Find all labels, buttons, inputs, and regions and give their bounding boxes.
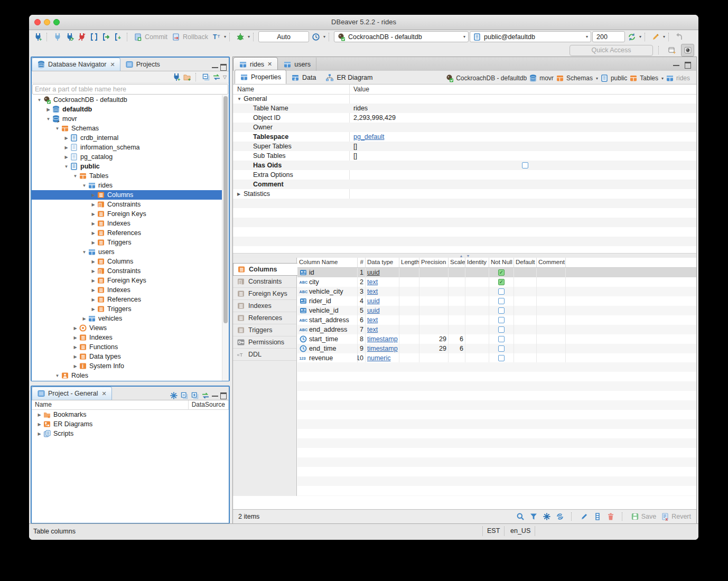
property-row-general[interactable]: ▼General bbox=[233, 94, 696, 104]
grid-header-length[interactable]: Length bbox=[399, 258, 419, 267]
expand-arrow-icon[interactable]: ▶ bbox=[72, 345, 79, 350]
tab-projects[interactable]: Projects bbox=[120, 58, 165, 71]
dbeaver-perspective-button[interactable] bbox=[681, 44, 694, 57]
collapse-all-icon[interactable] bbox=[180, 391, 189, 400]
expand-arrow-icon[interactable]: ▶ bbox=[36, 422, 43, 427]
grid-header-scale[interactable]: Scale bbox=[449, 258, 465, 267]
debug-caret[interactable]: ▾ bbox=[248, 34, 250, 39]
close-icon[interactable]: ✕ bbox=[101, 390, 106, 397]
collapse-arrow-icon[interactable]: ▼ bbox=[36, 98, 43, 102]
transaction-log-button[interactable] bbox=[310, 31, 321, 42]
new-folder-icon[interactable]: + bbox=[183, 73, 191, 81]
delete-row-icon[interactable] bbox=[606, 512, 615, 521]
tree-item-references[interactable]: ▶References bbox=[32, 295, 229, 304]
expand-arrow-icon[interactable]: ▶ bbox=[90, 193, 97, 198]
expand-arrow-icon[interactable]: ▶ bbox=[90, 269, 97, 274]
grid-header-default[interactable]: Default bbox=[514, 258, 537, 267]
expand-arrow-icon[interactable]: ▶ bbox=[90, 202, 97, 207]
column-view-icon[interactable] bbox=[593, 512, 602, 521]
data-type-link[interactable]: text bbox=[367, 288, 378, 295]
refresh-caret[interactable]: ▾ bbox=[639, 34, 641, 39]
property-row-sub-tables[interactable]: Sub Tables[] bbox=[233, 151, 696, 161]
edit-row-icon[interactable] bbox=[580, 512, 589, 521]
data-type-link[interactable]: timestamp bbox=[367, 335, 398, 343]
data-type-link[interactable]: uuid bbox=[367, 269, 380, 276]
breadcrumb-item[interactable]: Schemas▾ bbox=[556, 74, 598, 82]
maximize-view-button[interactable] bbox=[220, 64, 227, 71]
tree-item-scripts[interactable]: ▶Scripts bbox=[32, 429, 229, 438]
grid-header-comment[interactable]: Comment bbox=[537, 258, 566, 267]
expand-arrow-icon[interactable]: ▶ bbox=[90, 259, 97, 264]
tree-item-er-diagrams[interactable]: ▶ER Diagrams bbox=[32, 419, 229, 429]
expand-arrow-icon[interactable]: ▶ bbox=[72, 354, 79, 359]
property-row-tablespace[interactable]: Tablespacepg_default bbox=[233, 132, 696, 142]
tree-item-vehicles[interactable]: ▶vehicles bbox=[32, 314, 229, 323]
maximize-editor-button[interactable] bbox=[685, 62, 691, 69]
properties-value-header[interactable]: Value bbox=[353, 86, 369, 93]
not-null-checkbox[interactable] bbox=[498, 298, 505, 304]
subtab-data[interactable]: ‹›Data bbox=[286, 71, 321, 84]
expand-arrow-icon[interactable]: ▶ bbox=[45, 107, 52, 112]
not-null-checkbox[interactable] bbox=[498, 345, 505, 352]
tab-project-general[interactable]: Project - General ✕ bbox=[32, 387, 112, 400]
transaction-log-caret[interactable]: ▾ bbox=[323, 34, 325, 39]
refresh-settings-icon[interactable] bbox=[556, 512, 564, 521]
commit-button[interactable]: Commit bbox=[145, 33, 167, 41]
sql-editor-button[interactable] bbox=[88, 31, 99, 42]
edit-button[interactable] bbox=[650, 31, 661, 42]
breadcrumb-item[interactable]: public bbox=[600, 74, 627, 82]
project-settings-icon[interactable] bbox=[170, 391, 178, 400]
property-row-has-oids[interactable]: Has Oids bbox=[233, 161, 696, 170]
tree-item-triggers[interactable]: ▶Triggers bbox=[32, 304, 229, 314]
save-button[interactable]: Save bbox=[631, 512, 657, 521]
collapse-arrow-icon[interactable]: ▼ bbox=[45, 117, 52, 121]
expand-arrow-icon[interactable]: ▶ bbox=[72, 326, 79, 331]
data-type-link[interactable]: uuid bbox=[367, 307, 380, 314]
tree-item-tables[interactable]: ▼Tables bbox=[32, 171, 229, 181]
minimize-editor-button[interactable] bbox=[673, 62, 679, 66]
detail-tab-references[interactable]: References bbox=[233, 312, 296, 324]
fetch-size-field[interactable] bbox=[592, 31, 625, 42]
data-type-link[interactable]: timestamp bbox=[367, 345, 398, 352]
expand-arrow-icon[interactable]: ▶ bbox=[90, 240, 97, 245]
property-row-table-name[interactable]: Table Namerides bbox=[233, 104, 696, 113]
data-type-link[interactable]: text bbox=[367, 326, 378, 333]
settings-icon[interactable] bbox=[543, 512, 551, 521]
not-null-checkbox[interactable] bbox=[498, 288, 505, 295]
value-link[interactable]: pg_default bbox=[353, 133, 384, 140]
tree-item-cockroachdb-defaultdb[interactable]: ▼CockroachDB - defaultdb bbox=[32, 95, 229, 105]
collapse-arrow-icon[interactable]: ▼ bbox=[63, 164, 70, 169]
detail-tab-constraints[interactable]: []Constraints bbox=[233, 276, 296, 288]
expand-arrow-icon[interactable]: ▶ bbox=[81, 316, 88, 321]
tree-item-defaultdb[interactable]: ▶defaultdb bbox=[32, 105, 229, 114]
breadcrumb-item[interactable]: CockroachDB - defaultdb bbox=[445, 74, 527, 82]
tree-item-foreign-keys[interactable]: ▶Foreign Keys bbox=[32, 209, 229, 219]
edit-caret[interactable]: ▾ bbox=[663, 34, 665, 39]
not-null-checkbox[interactable] bbox=[498, 307, 505, 314]
editor-tab-users[interactable]: users bbox=[278, 58, 316, 71]
collapse-arrow-icon[interactable]: ▼ bbox=[81, 250, 88, 255]
navigator-scrollbar[interactable] bbox=[222, 95, 229, 381]
expand-arrow-icon[interactable]: ▶ bbox=[90, 231, 97, 236]
grid-header-identity[interactable]: Identity bbox=[465, 258, 489, 267]
expand-arrow-icon[interactable]: ▶ bbox=[90, 221, 97, 226]
commit-icon[interactable] bbox=[132, 31, 143, 42]
detail-tab-indexes[interactable]: Indexes bbox=[233, 300, 296, 312]
has-oids-checkbox[interactable] bbox=[522, 162, 528, 168]
revert-button[interactable]: x Revert bbox=[661, 512, 691, 521]
expand-arrow-icon[interactable]: ▶ bbox=[63, 155, 70, 160]
collapse-arrow-icon[interactable]: ▼ bbox=[54, 126, 61, 131]
tree-item-users[interactable]: ▼users bbox=[32, 247, 229, 257]
table-row-end_address[interactable]: ABCend_address7text bbox=[297, 325, 696, 334]
open-sql-script-button[interactable] bbox=[100, 31, 111, 42]
tree-item-schemas[interactable]: ▼Schemas bbox=[32, 124, 229, 133]
tree-item-movr[interactable]: ▼movr bbox=[32, 114, 229, 124]
fetch-size-input[interactable] bbox=[595, 33, 622, 41]
filter-icon[interactable] bbox=[529, 512, 538, 521]
transaction-mode-button[interactable]: T bbox=[211, 31, 222, 42]
tree-item-views[interactable]: ▶Views bbox=[32, 323, 229, 333]
detail-tab-triggers[interactable]: Triggers bbox=[233, 324, 296, 336]
table-row-vehicle_city[interactable]: ABCvehicle_city3text bbox=[297, 287, 696, 296]
grid-header-column-name[interactable]: Column Name bbox=[297, 258, 358, 267]
table-row-vehicle_id[interactable]: vehicle_id5uuid bbox=[297, 306, 696, 315]
